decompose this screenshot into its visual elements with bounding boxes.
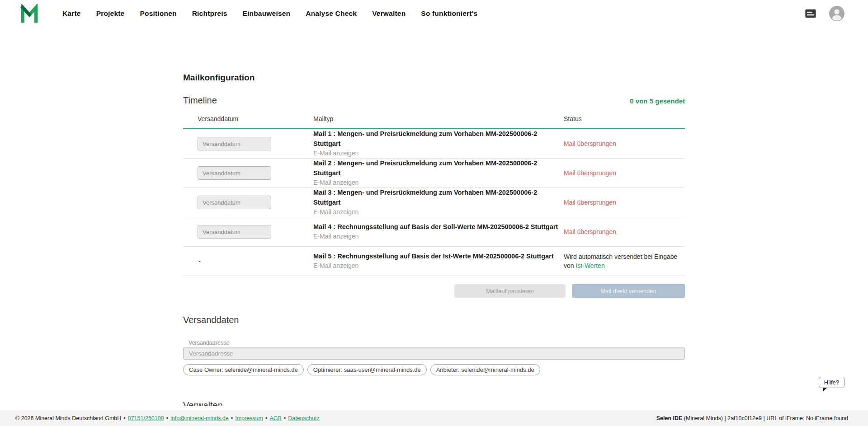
versandadresse-label: Versandadresse — [183, 340, 685, 346]
recipient-chips: Case Owner: selenide@mineral-minds.de Op… — [183, 364, 685, 375]
mail-direkt-versenden-button[interactable]: Mail direkt versenden — [572, 284, 685, 298]
nav-item-positionen[interactable]: Positionen — [140, 9, 176, 18]
mailtyp-cell: Mail 3 : Mengen- und Preisrückmeldung zu… — [313, 188, 564, 216]
timeline-actions: Maillauf pausieren Mail direkt versenden — [183, 284, 685, 298]
show-email-link[interactable]: E-Mail anzeigen — [313, 178, 359, 187]
agb-link[interactable]: AGB — [269, 415, 281, 421]
status-text: Mail übersprungen — [564, 140, 616, 147]
versandadresse-field: Versandadresse — [183, 340, 685, 360]
status-text: Wird automatisch versendet bei Eingabe v… — [564, 253, 677, 269]
mailtyp-cell: Mail 1 : Mengen- und Preisrückmeldung zu… — [313, 129, 564, 158]
copyright-text: © 2026 Mineral Minds Deutschland GmbH — [15, 415, 121, 421]
mailtyp-cell: Mail 5 : Rechnungsstellung auf Basis der… — [313, 252, 564, 271]
show-email-link[interactable]: E-Mail anzeigen — [313, 232, 359, 241]
mail-title: Mail 3 : Mengen- und Preisrückmeldung zu… — [313, 188, 564, 207]
impressum-link[interactable]: Impressum — [235, 415, 263, 421]
nav-item-einbauweisen[interactable]: Einbauweisen — [242, 9, 290, 18]
sent-count-badge: 0 von 5 gesendet — [630, 97, 685, 105]
topbar-right — [804, 6, 844, 21]
status-text: Mail übersprungen — [564, 169, 616, 177]
versanddatum-input-1[interactable] — [198, 137, 271, 150]
mail-row-4: Mail 4 : Rechnungsstellung auf Basis der… — [183, 217, 685, 247]
mail-title: Mail 4 : Rechnungsstellung auf Basis der… — [313, 222, 564, 232]
mail-row-3: Mail 3 : Mengen- und Preisrückmeldung zu… — [183, 188, 685, 217]
versanddatum-cell — [183, 166, 313, 180]
chip-optimierer: Optimierer: saas-user@mineral-minds.de — [307, 364, 427, 375]
phone-link[interactable]: 07151/250100 — [128, 415, 164, 421]
footer-left: © 2026 Mineral Minds Deutschland GmbH • … — [15, 415, 320, 421]
column-header-versanddatum: Versanddatum — [183, 115, 313, 122]
help-button[interactable]: Hilfe? — [819, 377, 844, 388]
column-header-status: Status — [564, 115, 685, 122]
status-cell: Mail übersprungen — [564, 139, 685, 148]
mineral-minds-logo-icon — [20, 4, 39, 23]
main-content: Mailkonfiguration Timeline 0 von 5 gesen… — [0, 27, 868, 406]
mail-row-5: - Mail 5 : Rechnungsstellung auf Basis d… — [183, 247, 685, 276]
timeline-heading: Timeline — [183, 94, 217, 107]
column-header-mailtyp: Mailtyp — [313, 115, 564, 122]
separator: • — [265, 415, 267, 421]
versanddatum-input-4[interactable] — [198, 225, 271, 239]
nav-item-analyse-check[interactable]: Analyse Check — [306, 9, 357, 18]
separator: • — [123, 415, 125, 421]
separator: • — [231, 415, 233, 421]
versandadresse-input[interactable] — [183, 347, 685, 360]
nav-item-richtpreis[interactable]: Richtpreis — [192, 9, 227, 18]
avatar[interactable] — [829, 6, 844, 21]
versanddaten-heading: Versanddaten — [183, 314, 685, 326]
versanddatum-cell — [183, 225, 313, 239]
timeline-section-header: Timeline 0 von 5 gesendet — [183, 94, 685, 107]
nav-item-verwalten[interactable]: Verwalten — [372, 9, 406, 18]
show-email-link[interactable]: E-Mail anzeigen — [313, 207, 359, 217]
versanddatum-empty: - — [198, 257, 201, 265]
show-email-link[interactable]: E-Mail anzeigen — [313, 149, 359, 158]
nav-item-karte[interactable]: Karte — [62, 9, 81, 18]
separator: • — [284, 415, 286, 421]
status-cell: Wird automatisch versendet bei Eingabe v… — [564, 252, 685, 271]
person-icon — [829, 6, 844, 21]
mailtyp-cell: Mail 4 : Rechnungsstellung auf Basis der… — [313, 222, 564, 241]
card-reader-icon[interactable] — [804, 7, 817, 20]
chip-case-owner: Case Owner: selenide@mineral-minds.de — [183, 364, 304, 375]
mail-title: Mail 1 : Mengen- und Preisrückmeldung zu… — [313, 129, 564, 148]
status-text: Mail übersprungen — [564, 228, 616, 235]
page-title: Mailkonfiguration — [183, 72, 685, 83]
ide-name: Selen IDE — [656, 415, 683, 421]
verwalten-heading: Verwalten — [183, 399, 685, 406]
versanddatum-input-3[interactable] — [198, 196, 271, 209]
versanddatum-cell: - — [183, 257, 313, 265]
status-cell: Mail übersprungen — [564, 169, 685, 178]
mail-title: Mail 2 : Mengen- und Preisrückmeldung zu… — [313, 159, 564, 178]
ist-werten-link[interactable]: Ist-Werten — [576, 262, 604, 269]
status-cell: Mail übersprungen — [564, 227, 685, 236]
datenschutz-link[interactable]: Datenschutz — [288, 415, 319, 421]
nav-item-so-funktionierts[interactable]: So funktioniert's — [421, 9, 477, 18]
top-nav: Karte Projekte Positionen Richtpreis Ein… — [0, 0, 868, 27]
table-header-row: Versanddatum Mailtyp Status — [183, 109, 685, 129]
chip-anbieter: Anbieter: selenide@mineral-minds.de — [430, 364, 540, 375]
separator: • — [166, 415, 168, 421]
status-text: Mail übersprungen — [564, 199, 616, 206]
footer-info: Selen IDE (Mineral Minds) | 2af10c0f12e9… — [656, 415, 848, 421]
maillauf-pausieren-button[interactable]: Maillauf pausieren — [454, 284, 566, 298]
mail-row-1: Mail 1 : Mengen- und Preisrückmeldung zu… — [183, 129, 685, 159]
mail-row-2: Mail 2 : Mengen- und Preisrückmeldung zu… — [183, 159, 685, 188]
footer: © 2026 Mineral Minds Deutschland GmbH • … — [0, 410, 868, 426]
versanddatum-input-2[interactable] — [198, 166, 271, 180]
ide-details: (Mineral Minds) | 2af10c0f12e9 | URL of … — [682, 415, 848, 421]
versanddatum-cell — [183, 137, 313, 150]
content-container: Mailkonfiguration Timeline 0 von 5 gesen… — [183, 27, 685, 406]
help-label: Hilfe? — [824, 379, 839, 386]
mailtyp-cell: Mail 2 : Mengen- und Preisrückmeldung zu… — [313, 159, 564, 187]
logo[interactable] — [20, 4, 39, 23]
mail-title: Mail 5 : Rechnungsstellung auf Basis der… — [313, 252, 564, 261]
nav-item-projekte[interactable]: Projekte — [96, 9, 125, 18]
show-email-link[interactable]: E-Mail anzeigen — [313, 261, 359, 271]
versanddatum-cell — [183, 196, 313, 209]
main-nav: Karte Projekte Positionen Richtpreis Ein… — [62, 9, 804, 18]
status-cell: Mail übersprungen — [564, 198, 685, 207]
timeline-table: Versanddatum Mailtyp Status Mail 1 : Men… — [183, 109, 685, 276]
email-link[interactable]: info@mineral-minds.de — [170, 415, 229, 421]
